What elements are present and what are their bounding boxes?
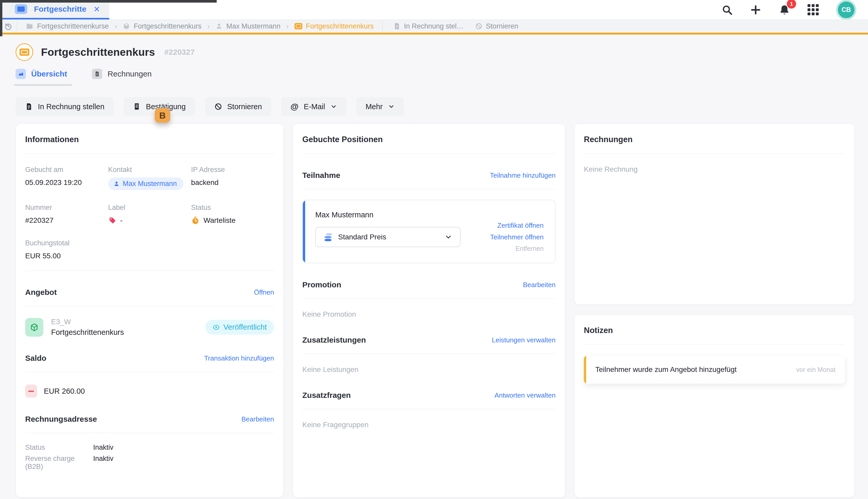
chart-icon bbox=[15, 69, 26, 79]
add-transaction-link[interactable]: Transaktion hinzufügen bbox=[204, 354, 274, 362]
contact-chip[interactable]: Max Mustermann bbox=[108, 178, 184, 190]
offer-section-header: Angebot Öffnen bbox=[25, 288, 274, 297]
ticket-icon bbox=[294, 23, 302, 29]
stopwatch-icon bbox=[191, 216, 200, 225]
field-label: Status bbox=[191, 204, 274, 212]
bell-icon[interactable]: 1 bbox=[779, 4, 791, 16]
breadcrumb-separator: › bbox=[286, 22, 289, 31]
card-title: Informationen bbox=[25, 135, 274, 144]
chevron-down-icon bbox=[388, 103, 395, 110]
field-booked-at: Gebucht am 05.09.2023 19:20 bbox=[25, 166, 108, 190]
billing-status-value: Inaktiv bbox=[93, 443, 274, 452]
add-participation-link[interactable]: Teilnahme hinzufügen bbox=[490, 171, 556, 180]
field-value: EUR 55.00 bbox=[25, 251, 108, 261]
tab-label: Rechnungen bbox=[107, 70, 152, 78]
breadcrumb-item-course[interactable]: Fortgeschrittenenkurs bbox=[123, 22, 201, 31]
breadcrumb-separator: › bbox=[114, 22, 117, 31]
more-button[interactable]: Mehr bbox=[356, 97, 404, 116]
quick-action-cancel[interactable]: Stornieren bbox=[475, 22, 518, 31]
person-icon bbox=[113, 181, 120, 187]
field-status: Status Warteliste bbox=[191, 204, 274, 226]
button-label: E-Mail bbox=[304, 102, 325, 111]
note-item[interactable]: Teilnehmer wurde zum Angebot hinzugefügt… bbox=[584, 356, 845, 384]
hotkey-hint-badge: B bbox=[155, 108, 170, 123]
manage-answers-link[interactable]: Antworten verwalten bbox=[494, 391, 556, 399]
field-label: Label bbox=[108, 204, 191, 212]
divider bbox=[302, 154, 556, 154]
chevron-down-icon bbox=[445, 233, 452, 241]
browser-tab[interactable]: Fortgeschrittene… bbox=[2, 0, 109, 20]
offer-open-link[interactable]: Öffnen bbox=[254, 289, 274, 296]
avatar[interactable]: CB bbox=[838, 2, 855, 18]
field-contact: Kontakt Max Mustermann bbox=[108, 166, 191, 190]
services-empty-text: Keine Leistungen bbox=[302, 365, 556, 374]
breadcrumb-label: Max Mustermann bbox=[226, 22, 280, 31]
section-title: Rechnungsadresse bbox=[25, 415, 97, 424]
field-value: 05.09.2023 19:20 bbox=[25, 178, 108, 188]
field-value: backend bbox=[191, 178, 274, 188]
tab-label: Übersicht bbox=[31, 70, 67, 78]
breadcrumb-label: Fortgeschrittenenkurs bbox=[306, 22, 374, 31]
tab-overview[interactable]: Übersicht bbox=[15, 69, 67, 83]
email-button[interactable]: @ E-Mail bbox=[281, 97, 346, 116]
notes-card: Notizen Teilnehmer wurde zum Angebot hin… bbox=[574, 315, 855, 497]
minus-icon bbox=[25, 385, 37, 398]
folder-icon bbox=[26, 22, 34, 30]
booked-positions-card: Gebuchte Positionen Teilnahme Teilnahme … bbox=[293, 124, 565, 497]
search-icon[interactable] bbox=[721, 4, 733, 15]
breadcrumb-item-contact[interactable]: Max Mustermann bbox=[215, 22, 280, 31]
info-fields: Gebucht am 05.09.2023 19:20 Kontakt Max … bbox=[25, 166, 274, 261]
field-label: Nummer bbox=[25, 204, 108, 212]
billing-edit-link[interactable]: Bearbeiten bbox=[241, 415, 274, 423]
breadcrumb-item-booking-active[interactable]: Fortgeschrittenenkurs bbox=[294, 22, 374, 31]
history-icon[interactable] bbox=[0, 22, 16, 31]
field-label: IP Adresse bbox=[191, 166, 274, 174]
billing-reverse-value: Inaktiv bbox=[93, 455, 274, 471]
published-badge: Veröffentlicht bbox=[205, 320, 274, 334]
open-participant-link[interactable]: Teilnehmer öffnen bbox=[490, 233, 544, 241]
field-label-tag: Label - bbox=[108, 204, 191, 226]
cancel-button[interactable]: Stornieren bbox=[205, 97, 272, 116]
tab-invoices[interactable]: Rechnungen bbox=[92, 69, 152, 83]
participant-item: Max Mustermann Standard Preis Zertifikat… bbox=[302, 200, 556, 263]
page-tabs: Übersicht Rechnungen bbox=[15, 69, 854, 83]
field-value: - bbox=[120, 216, 122, 224]
breadcrumb-label: Fortgeschrittenenkurs bbox=[134, 22, 201, 31]
promotion-edit-link[interactable]: Bearbeiten bbox=[523, 281, 556, 289]
right-column: Rechnungen Keine Rechnung Notizen Teilne… bbox=[574, 124, 855, 497]
promotion-section-header: Promotion Bearbeiten bbox=[302, 280, 556, 289]
quick-action-invoice[interactable]: In Rechnung stel… bbox=[393, 22, 464, 31]
invoice-button[interactable]: In Rechnung stellen bbox=[15, 97, 114, 116]
manage-services-link[interactable]: Leistungen verwalten bbox=[492, 336, 556, 344]
participant-links: Zertifikat öffnen Teilnehmer öffnen Entf… bbox=[490, 221, 544, 252]
participant-name: Max Mustermann bbox=[315, 210, 461, 219]
card-title: Notizen bbox=[584, 326, 845, 335]
section-title: Zusatzfragen bbox=[302, 391, 351, 400]
divider bbox=[25, 433, 274, 433]
card-title: Rechnungen bbox=[584, 135, 845, 144]
quick-action-label: In Rechnung stel… bbox=[404, 22, 464, 31]
section-title: Zusatzleistungen bbox=[302, 336, 366, 344]
action-bar: In Rechnung stellen Bestätigung Sto bbox=[15, 97, 854, 116]
topbar-actions: 1 CB bbox=[721, 0, 868, 20]
offer-name: Fortgeschrittenenkurs bbox=[51, 328, 124, 337]
balance-amount: EUR 260.00 bbox=[44, 387, 85, 395]
offer-item[interactable]: E3_W Fortgeschrittenenkurs Veröffentlich… bbox=[25, 318, 274, 337]
cube-icon bbox=[25, 318, 43, 337]
remove-link[interactable]: Entfernen bbox=[490, 245, 544, 252]
information-card: Informationen Gebucht am 05.09.2023 19:2… bbox=[15, 124, 284, 497]
divider bbox=[302, 409, 556, 409]
billing-status-label: Status bbox=[25, 443, 93, 452]
close-icon[interactable] bbox=[93, 5, 100, 13]
price-select[interactable]: Standard Preis bbox=[315, 227, 461, 247]
ticket-icon bbox=[15, 4, 27, 14]
balance-section-header: Saldo Transaktion hinzufügen bbox=[25, 354, 274, 363]
apps-grid-icon[interactable] bbox=[808, 4, 819, 15]
section-title: Saldo bbox=[25, 354, 46, 363]
divider bbox=[584, 344, 845, 345]
invoices-card: Rechnungen Keine Rechnung bbox=[574, 124, 855, 305]
billing-section-header: Rechnungsadresse Bearbeiten bbox=[25, 415, 274, 424]
open-certificate-link[interactable]: Zertifikat öffnen bbox=[490, 221, 544, 230]
add-icon[interactable] bbox=[750, 4, 761, 15]
breadcrumb-item-courses[interactable]: Fortgeschrittenenkurse bbox=[26, 22, 109, 31]
